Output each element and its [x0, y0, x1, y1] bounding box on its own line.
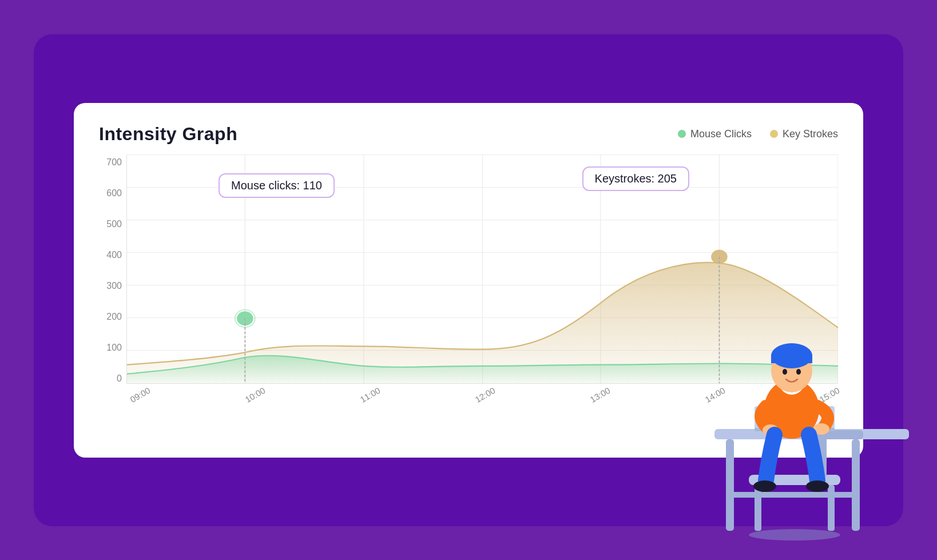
svg-rect-12: [726, 439, 734, 531]
svg-point-33: [796, 369, 801, 375]
y-label-700: 700: [99, 157, 122, 168]
legend-dot-key: [770, 130, 778, 138]
tooltip-mouse-clicks: Mouse clicks: 110: [219, 173, 335, 198]
outer-frame: Intensity Graph Mouse Clicks Key Strokes…: [34, 34, 903, 526]
svg-point-20: [749, 529, 840, 541]
legend-dot-mouse: [678, 130, 686, 138]
svg-rect-13: [852, 439, 860, 531]
legend-mouse-label: Mouse Clicks: [690, 128, 752, 140]
x-label-1100: 11:00: [358, 385, 382, 404]
legend-keystrokes: Key Strokes: [770, 128, 838, 140]
svg-rect-19: [828, 485, 835, 531]
tooltip-keystrokes: Keystrokes: 205: [582, 166, 689, 191]
x-label-1000: 10:00: [243, 385, 267, 404]
svg-rect-18: [755, 485, 761, 531]
svg-point-37: [806, 480, 829, 492]
svg-rect-31: [771, 355, 812, 363]
y-label-300: 300: [99, 281, 122, 291]
card-header: Intensity Graph Mouse Clicks Key Strokes: [99, 124, 838, 145]
x-label-0900: 09:00: [129, 385, 152, 404]
person-illustration: [680, 297, 909, 561]
chart-card: Intensity Graph Mouse Clicks Key Strokes…: [74, 103, 863, 458]
y-label-600: 600: [99, 188, 122, 198]
svg-point-32: [783, 369, 787, 375]
svg-point-36: [753, 480, 776, 492]
legend-key-label: Key Strokes: [783, 128, 838, 140]
chart-legend: Mouse Clicks Key Strokes: [678, 128, 838, 140]
svg-rect-14: [726, 492, 860, 498]
x-label-1300: 13:00: [588, 385, 612, 404]
y-label-200: 200: [99, 312, 122, 322]
y-label-100: 100: [99, 343, 122, 353]
x-label-1200: 12:00: [473, 385, 497, 404]
y-label-500: 500: [99, 219, 122, 229]
y-label-400: 400: [99, 250, 122, 260]
y-axis: 0 100 200 300 400 500 600 700: [99, 155, 126, 401]
chart-title: Intensity Graph: [99, 124, 237, 145]
legend-mouse-clicks: Mouse Clicks: [678, 128, 752, 140]
y-label-0: 0: [99, 374, 122, 384]
